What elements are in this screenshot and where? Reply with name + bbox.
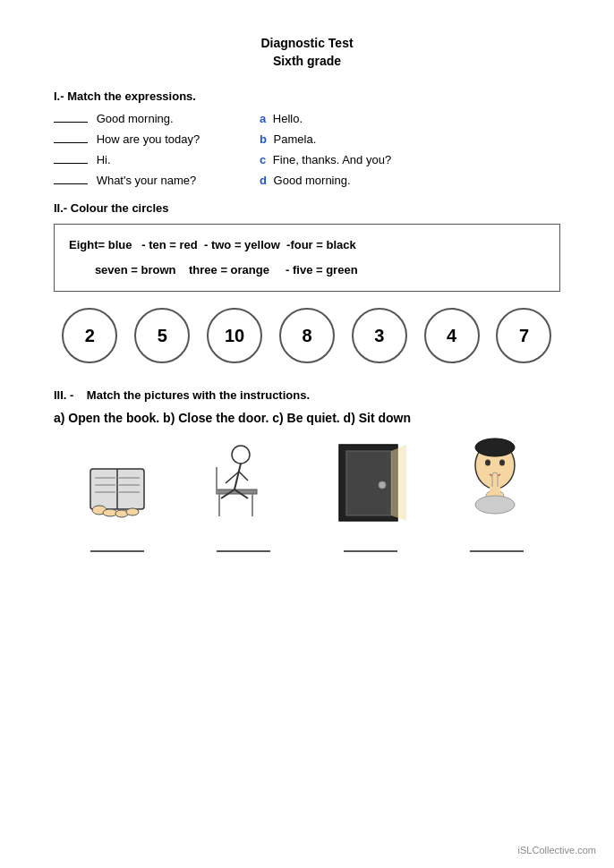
match-row-2: How are you today? b Pamela. [54, 132, 560, 146]
open-book-icon [72, 442, 162, 523]
circle-3: 3 [352, 308, 407, 363]
section1-header: I.- Match the expressions. [54, 89, 560, 103]
picture-open-book [59, 438, 175, 552]
section2-header: II.- Colour the circles [54, 201, 560, 215]
close-door-icon [330, 440, 411, 525]
picture-close-door [312, 438, 429, 552]
circle-5: 5 [134, 308, 190, 363]
circle-8: 8 [279, 308, 335, 363]
page-title: Diagnostic Test [54, 36, 560, 50]
svg-point-28 [485, 459, 490, 465]
left-item-3: Hi. [97, 153, 111, 166]
pictures-row [54, 438, 560, 552]
blank-4 [54, 183, 88, 184]
be-quiet-icon [461, 440, 533, 525]
left-item-2: How are you today? [97, 132, 200, 146]
svg-marker-25 [391, 445, 406, 521]
circle-10: 10 [207, 308, 262, 363]
blank-1 [54, 122, 88, 123]
answer-blank-3 [344, 536, 397, 552]
svg-point-11 [126, 508, 139, 515]
svg-point-33 [475, 496, 515, 514]
blank-3 [54, 163, 88, 164]
colour-line2: seven = brown three = orange - five = gr… [69, 260, 545, 280]
svg-line-21 [239, 472, 248, 481]
circles-row: 2 5 10 8 3 4 7 [54, 308, 560, 363]
letter-d: d [260, 174, 267, 187]
page: Diagnostic Test Sixth grade I.- Match th… [0, 0, 614, 868]
blank-2 [54, 142, 88, 143]
letter-b: b [260, 132, 267, 146]
answer-blank-1 [90, 536, 144, 552]
picture-be-quiet [439, 438, 555, 552]
circle-7: 7 [496, 308, 551, 363]
letter-a: a [260, 112, 266, 125]
svg-point-27 [475, 438, 515, 456]
answer-blank-4 [470, 536, 524, 552]
svg-point-9 [103, 509, 117, 516]
circle-4: 4 [424, 308, 480, 363]
left-item-1: Good morning. [97, 112, 174, 125]
colour-line1: Eight= blue - ten = red - two = yellow -… [69, 235, 545, 255]
svg-point-16 [232, 446, 250, 464]
right-item-2: Pamela. [274, 132, 317, 146]
svg-point-24 [379, 481, 386, 489]
match-row-4: What's your name? d Good morning. [54, 174, 560, 187]
circle-2: 2 [62, 308, 117, 363]
colour-box: Eight= blue - ten = red - two = yellow -… [54, 224, 560, 292]
match-row-3: Hi. c Fine, thanks. And you? [54, 153, 560, 166]
instructions-line: a) Open the book. b) Close the door. c) … [54, 411, 560, 425]
svg-point-29 [499, 459, 505, 465]
picture-sit-down [185, 438, 302, 552]
section3: III. - Match the pictures with the instr… [54, 388, 560, 552]
svg-line-17 [235, 464, 241, 489]
match-row-1: Good morning. a Hello. [54, 112, 560, 125]
watermark: iSLCollective.com [518, 845, 596, 855]
left-item-4: What's your name? [97, 174, 197, 187]
sit-down-icon [203, 440, 284, 525]
right-item-4: Good morning. [274, 174, 351, 187]
right-item-1: Hello. [273, 112, 303, 125]
match-expressions: Good morning. a Hello. How are you today… [54, 112, 560, 187]
section3-header: III. - Match the pictures with the instr… [54, 388, 560, 402]
right-item-3: Fine, thanks. And you? [273, 153, 391, 166]
letter-c: c [260, 153, 266, 166]
answer-blank-2 [217, 536, 270, 552]
page-subtitle: Sixth grade [54, 54, 560, 68]
